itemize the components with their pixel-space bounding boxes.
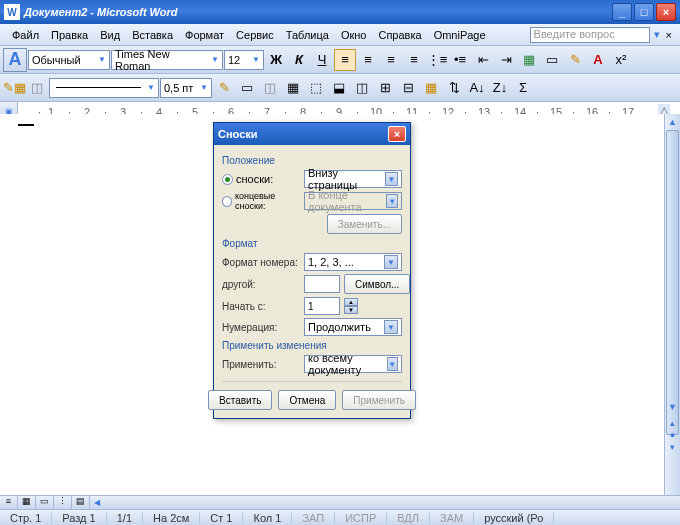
menu-omnipage[interactable]: OmniPage [428, 27, 492, 43]
distribute-cols-button[interactable]: ⊟ [397, 77, 419, 99]
status-at: На 2см [143, 512, 200, 524]
status-language[interactable]: русский (Ро [474, 512, 554, 524]
align-center-button[interactable]: ≡ [357, 49, 379, 71]
help-dropdown-icon[interactable]: ▾ [650, 28, 664, 41]
endnotes-radio[interactable] [222, 196, 232, 207]
style-combo[interactable]: Обычный▼ [28, 50, 110, 70]
bullet-list-button[interactable]: •≡ [449, 49, 471, 71]
custom-mark-label: другой: [222, 279, 300, 290]
distribute-rows-button[interactable]: ⊞ [374, 77, 396, 99]
hscroll-left-button[interactable]: ◀ [90, 498, 104, 507]
close-button[interactable]: × [656, 3, 676, 21]
draw-table-button[interactable]: ✎▦ [3, 77, 25, 99]
menu-table[interactable]: Таблица [280, 27, 335, 43]
merge-cells-button[interactable]: ⬚ [305, 77, 327, 99]
underline-button[interactable]: Ч [311, 49, 333, 71]
apply-to-combo[interactable]: ко всему документу▼ [304, 355, 402, 373]
tables-borders-toolbar: ✎▦ ◫ ▼ 0,5 пт▼ ✎ ▭ ◫ ▦ ⬚ ⬓ ◫ ⊞ ⊟ ▦ ⇅ A↓ … [0, 74, 680, 102]
status-ext: ВДЛ [387, 512, 430, 524]
next-page-button[interactable]: ▾ [665, 439, 680, 451]
font-combo[interactable]: Times New Roman▼ [111, 50, 223, 70]
align-right-button[interactable]: ≡ [380, 49, 402, 71]
text-direction-button[interactable]: ⇅ [443, 77, 465, 99]
italic-button[interactable]: К [288, 49, 310, 71]
scroll-up-button[interactable]: ▲ [665, 114, 680, 130]
menu-tools[interactable]: Сервис [230, 27, 280, 43]
insert-table-button[interactable]: ▦ [518, 49, 540, 71]
bold-button[interactable]: Ж [265, 49, 287, 71]
borders-button[interactable]: ▭ [541, 49, 563, 71]
doc-close-button[interactable]: × [664, 29, 674, 41]
superscript-button[interactable]: x² [610, 49, 632, 71]
eraser-button[interactable]: ◫ [26, 77, 48, 99]
ask-question-input[interactable]: Введите вопрос [530, 27, 650, 43]
scroll-thumb[interactable] [666, 130, 679, 435]
line-style-combo[interactable]: ▼ [49, 78, 159, 98]
menu-insert[interactable]: Вставка [126, 27, 179, 43]
autoformat-button[interactable]: ▦ [420, 77, 442, 99]
outside-border-button[interactable]: ▭ [236, 77, 258, 99]
border-color-button[interactable]: ✎ [213, 77, 235, 99]
dialog-titlebar[interactable]: Сноски × [214, 123, 410, 145]
footnotes-position-combo[interactable]: Внизу страницы▼ [304, 170, 402, 188]
font-size-combo[interactable]: 12▼ [224, 50, 264, 70]
apply-button: Применить [342, 390, 416, 410]
sort-desc-button[interactable]: Z↓ [489, 77, 511, 99]
status-trk: ИСПР [335, 512, 387, 524]
status-bar: Стр. 1 Разд 1 1/1 На 2см Ст 1 Кол 1 ЗАП … [0, 509, 680, 525]
numbered-list-button[interactable]: ⋮≡ [426, 49, 448, 71]
align-left-button[interactable]: ≡ [334, 49, 356, 71]
section-apply-label: Применить изменения [222, 340, 402, 351]
window-titlebar: W Документ2 - Microsoft Word _ □ × [0, 0, 680, 24]
normal-view-button[interactable]: ≡ [0, 496, 18, 510]
insert-table-button-2[interactable]: ▦ [282, 77, 304, 99]
app-icon: W [4, 4, 20, 20]
number-format-combo[interactable]: 1, 2, 3, ...▼ [304, 253, 402, 271]
menu-view[interactable]: Вид [94, 27, 126, 43]
cancel-button[interactable]: Отмена [278, 390, 336, 410]
formatting-toolbar: A Обычный▼ Times New Roman▼ 12▼ Ж К Ч ≡ … [0, 46, 680, 74]
insert-button[interactable]: Вставить [208, 390, 272, 410]
dialog-close-button[interactable]: × [388, 126, 406, 142]
sort-asc-button[interactable]: A↓ [466, 77, 488, 99]
line-weight-combo[interactable]: 0,5 пт▼ [160, 78, 212, 98]
menu-help[interactable]: Справка [372, 27, 427, 43]
maximize-button[interactable]: □ [634, 3, 654, 21]
menu-file[interactable]: Файл [6, 27, 45, 43]
menu-window[interactable]: Окно [335, 27, 373, 43]
decrease-indent-button[interactable]: ⇤ [472, 49, 494, 71]
outline-view-button[interactable]: ⋮ [54, 496, 72, 510]
custom-mark-input[interactable] [304, 275, 340, 293]
start-at-spin-down[interactable]: ▼ [344, 306, 358, 314]
minimize-button[interactable]: _ [612, 3, 632, 21]
status-pages: 1/1 [107, 512, 143, 524]
footnotes-radio[interactable] [222, 174, 233, 185]
numbering-combo[interactable]: Продолжить▼ [304, 318, 402, 336]
reading-view-button[interactable]: ▤ [72, 496, 90, 510]
section-position-label: Положение [222, 155, 402, 166]
print-view-button[interactable]: ▭ [36, 496, 54, 510]
shading-color-button[interactable]: ◫ [259, 77, 281, 99]
autosum-button[interactable]: Σ [512, 77, 534, 99]
convert-button: Заменить... [327, 214, 402, 234]
increase-indent-button[interactable]: ⇥ [495, 49, 517, 71]
start-at-input[interactable] [304, 297, 340, 315]
symbol-button[interactable]: Символ... [344, 274, 410, 294]
browse-object-button[interactable]: ● [665, 427, 680, 439]
text-cursor [18, 124, 34, 126]
status-col: Кол 1 [243, 512, 292, 524]
numbering-label: Нумерация: [222, 322, 300, 333]
menu-edit[interactable]: Правка [45, 27, 94, 43]
styles-pane-button[interactable]: A [3, 48, 27, 72]
scroll-down-button[interactable]: ▼ [665, 399, 680, 415]
web-view-button[interactable]: ▦ [18, 496, 36, 510]
menu-format[interactable]: Формат [179, 27, 230, 43]
align-cells-button[interactable]: ◫ [351, 77, 373, 99]
vertical-scrollbar[interactable]: ▲ ▼ ▴ ● ▾ [664, 114, 680, 495]
highlight-button[interactable]: ✎ [564, 49, 586, 71]
prev-page-button[interactable]: ▴ [665, 415, 680, 427]
font-color-button[interactable]: A [587, 49, 609, 71]
split-cells-button[interactable]: ⬓ [328, 77, 350, 99]
start-at-spin-up[interactable]: ▲ [344, 298, 358, 306]
align-justify-button[interactable]: ≡ [403, 49, 425, 71]
